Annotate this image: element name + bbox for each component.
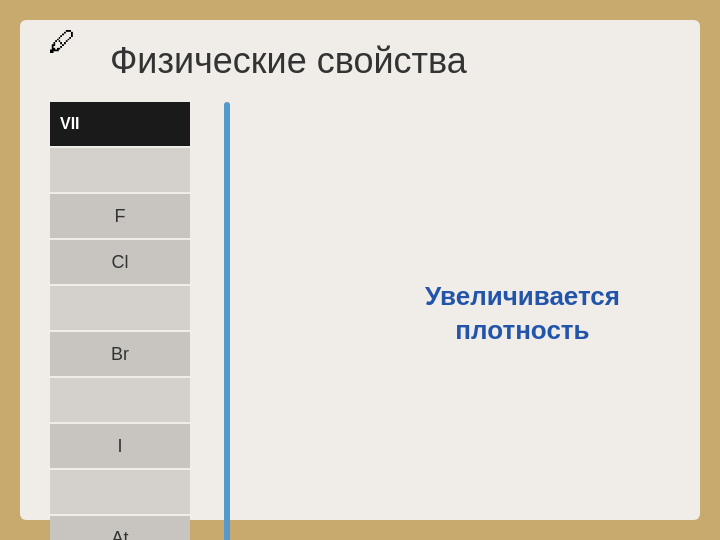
periodic-column: VII F Cl Br I At xyxy=(50,102,190,540)
content-area: VII F Cl Br I At xyxy=(50,102,670,540)
element-row-Br: Br xyxy=(50,332,190,376)
group-header: VII xyxy=(50,102,190,146)
slide: 🖊 Физические свойства VII F Cl Br I xyxy=(20,20,700,520)
description-line1: Увеличивается xyxy=(425,280,620,314)
description-panel: Увеличивается плотность xyxy=(425,280,620,348)
element-row-empty-3 xyxy=(50,378,190,422)
page-title: Физические свойства xyxy=(110,40,670,82)
element-row-I: I xyxy=(50,424,190,468)
element-row-empty-1 xyxy=(50,148,190,192)
element-row-empty-2 xyxy=(50,286,190,330)
decoration-icon: 🖊 xyxy=(48,25,76,58)
element-row-empty-4 xyxy=(50,470,190,514)
arrow-line xyxy=(224,102,230,540)
element-row-F: F xyxy=(50,194,190,238)
element-row-At: At xyxy=(50,516,190,540)
description-line2: плотность xyxy=(425,314,620,348)
element-row-Cl: Cl xyxy=(50,240,190,284)
